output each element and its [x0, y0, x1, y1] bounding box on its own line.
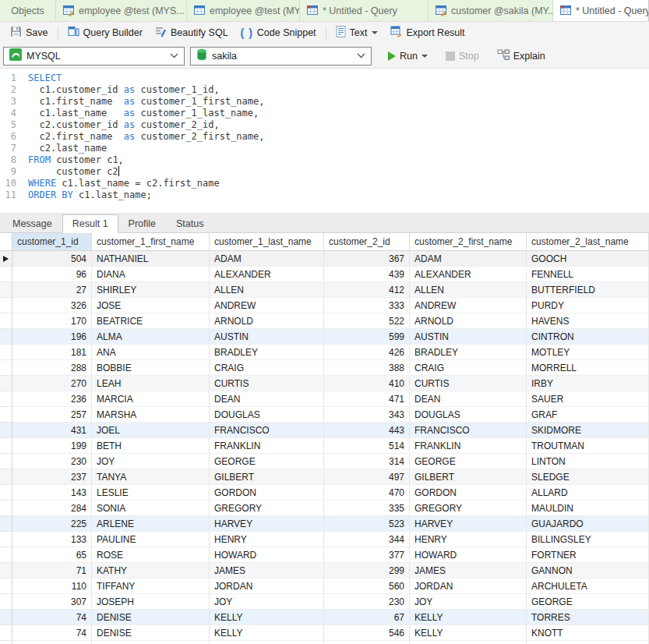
table-cell[interactable]: 74	[12, 610, 92, 625]
table-cell[interactable]: ALEXANDER	[210, 267, 324, 282]
row-gutter[interactable]	[0, 501, 12, 516]
column-header-customer_2_first_name[interactable]: customer_2_first_name	[410, 233, 527, 250]
table-cell[interactable]: DOUGLAS	[210, 407, 324, 423]
table-cell[interactable]: DEAN	[410, 391, 527, 407]
table-cell[interactable]: 377	[324, 547, 410, 563]
table-cell[interactable]: FRANKLIN	[210, 438, 324, 454]
table-cell[interactable]: 257	[12, 407, 92, 423]
table-cell[interactable]: FRANCISCO	[210, 423, 324, 438]
table-cell[interactable]: ALLEN	[410, 282, 527, 298]
table-cell[interactable]: KELLY	[210, 610, 324, 625]
table-cell[interactable]: JORDAN	[410, 579, 527, 594]
table-row[interactable]: 196ALMAAUSTIN599AUSTINCINTRON	[0, 329, 649, 345]
code-line-5[interactable]: 5 c2.customer_id as customer_2_id,	[0, 119, 649, 131]
table-cell[interactable]: 497	[324, 469, 410, 485]
table-cell[interactable]: DOUGLAS	[410, 407, 527, 423]
table-cell[interactable]: CINTRON	[527, 329, 649, 345]
table-cell[interactable]: SHIRLEY	[92, 282, 210, 298]
table-cell[interactable]: MAULDIN	[527, 501, 649, 516]
table-cell[interactable]: GANNON	[527, 563, 649, 579]
table-cell[interactable]: LINTON	[527, 454, 649, 469]
document-tab-3[interactable]: employee @test (MYS...	[187, 0, 300, 21]
table-cell[interactable]: ARNOLD	[210, 313, 324, 329]
table-cell[interactable]: JOY	[92, 454, 210, 469]
table-row[interactable]: 143LESLIEGORDON470GORDONALLARD	[0, 485, 649, 501]
table-row[interactable]: 307JOSEPHJOY230JOYGEORGE	[0, 594, 649, 610]
table-row[interactable]: 284SONIAGREGORY335GREGORYMAULDIN	[0, 501, 649, 516]
table-cell[interactable]: 65	[12, 547, 92, 563]
table-cell[interactable]: FRANKLIN	[410, 438, 527, 454]
database-select[interactable]: sakila	[190, 47, 372, 65]
table-cell[interactable]: AUSTIN	[210, 329, 324, 345]
table-cell[interactable]: ANA	[92, 345, 210, 360]
connection-select[interactable]: MYSQL	[3, 47, 185, 65]
row-gutter[interactable]	[0, 251, 12, 267]
table-cell[interactable]: MORRELL	[527, 360, 649, 376]
result-tab-status[interactable]: Status	[166, 214, 213, 233]
table-cell[interactable]: GORDON	[410, 485, 527, 501]
table-cell[interactable]: ADAM	[410, 251, 527, 267]
table-cell[interactable]: MOTLEY	[527, 345, 649, 360]
code-line-1[interactable]: 1SELECT	[0, 73, 649, 84]
query-builder-button[interactable]: Query Builder	[62, 23, 149, 42]
table-cell[interactable]: 410	[324, 376, 410, 391]
table-cell[interactable]: GILBERT	[410, 469, 527, 485]
table-cell[interactable]: CRAIG	[410, 360, 527, 376]
table-row[interactable]: 230JOYGEORGE314GEORGELINTON	[0, 454, 649, 469]
table-cell[interactable]: 367	[324, 251, 410, 267]
table-cell[interactable]: SONIA	[92, 501, 210, 516]
table-cell[interactable]: BETH	[92, 438, 210, 454]
row-gutter[interactable]	[0, 376, 12, 391]
table-row[interactable]: 181ANABRADLEY426BRADLEYMOTLEY	[0, 345, 649, 360]
code-line-8[interactable]: 8FROM customer c1,	[0, 154, 649, 166]
table-cell[interactable]: ARCHULETA	[527, 579, 649, 594]
table-cell[interactable]: 230	[12, 454, 92, 469]
table-cell[interactable]: 344	[324, 532, 410, 547]
table-cell[interactable]: ARLENE	[92, 516, 210, 532]
row-gutter[interactable]	[0, 313, 12, 329]
table-cell[interactable]: HENRY	[410, 532, 527, 547]
code-line-3[interactable]: 3 c1.first_name as customer_1_first_name…	[0, 96, 649, 108]
table-cell[interactable]: BUTTERFIELD	[527, 282, 649, 298]
column-header-customer_1_first_name[interactable]: customer_1_first_name	[92, 233, 210, 250]
table-cell[interactable]: 522	[324, 313, 410, 329]
table-row[interactable]: 236MARCIADEAN471DEANSAUER	[0, 391, 649, 407]
table-cell[interactable]: PURDY	[527, 298, 649, 313]
table-cell[interactable]: 523	[324, 516, 410, 532]
row-gutter[interactable]	[0, 298, 12, 313]
row-gutter[interactable]	[0, 532, 12, 547]
row-gutter[interactable]	[0, 329, 12, 345]
document-tab-1[interactable]: Objects	[0, 0, 56, 21]
table-cell[interactable]: FENNELL	[527, 267, 649, 282]
table-cell[interactable]: MARCIA	[92, 391, 210, 407]
save-button[interactable]: Save	[4, 23, 55, 42]
table-cell[interactable]: LEAH	[92, 376, 210, 391]
table-cell[interactable]: HOWARD	[410, 547, 527, 563]
table-cell[interactable]: GREGORY	[410, 501, 527, 516]
table-row[interactable]: 431JOELFRANCISCO443FRANCISCOSKIDMORE	[0, 423, 649, 438]
row-gutter[interactable]	[0, 594, 12, 610]
table-row[interactable]: 74DENISEKELLY67KELLYTORRES	[0, 610, 649, 625]
code-snippet-button[interactable]: ( ) Code Snippet	[235, 24, 323, 41]
code-line-6[interactable]: 6 c2.first_name as customer_2_first_name…	[0, 131, 649, 143]
table-cell[interactable]: 288	[12, 360, 92, 376]
table-row[interactable]: 110TIFFANYJORDAN560JORDANARCHULETA	[0, 579, 649, 594]
table-cell[interactable]: 236	[12, 391, 92, 407]
column-header-customer_2_last_name[interactable]: customer_2_last_name	[527, 233, 649, 250]
table-cell[interactable]: GREGORY	[210, 501, 324, 516]
table-cell[interactable]: ALMA	[92, 329, 210, 345]
table-cell[interactable]: DENISE	[92, 625, 210, 641]
table-cell[interactable]: 471	[324, 391, 410, 407]
table-cell[interactable]: KATHY	[92, 563, 210, 579]
table-cell[interactable]: GEORGE	[210, 454, 324, 469]
table-row[interactable]: 74DENISEKELLY546KELLYKNOTT	[0, 625, 649, 641]
table-cell[interactable]: GILBERT	[210, 469, 324, 485]
stop-button[interactable]: Stop	[439, 48, 485, 64]
table-cell[interactable]: KELLY	[210, 625, 324, 641]
table-cell[interactable]: IRBY	[527, 376, 649, 391]
table-cell[interactable]: BRADLEY	[210, 345, 324, 360]
table-cell[interactable]: 67	[324, 610, 410, 625]
table-cell[interactable]: GORDON	[210, 485, 324, 501]
table-row[interactable]: 237TANYAGILBERT497GILBERTSLEDGE	[0, 469, 649, 485]
table-cell[interactable]: GOOCH	[527, 251, 649, 267]
